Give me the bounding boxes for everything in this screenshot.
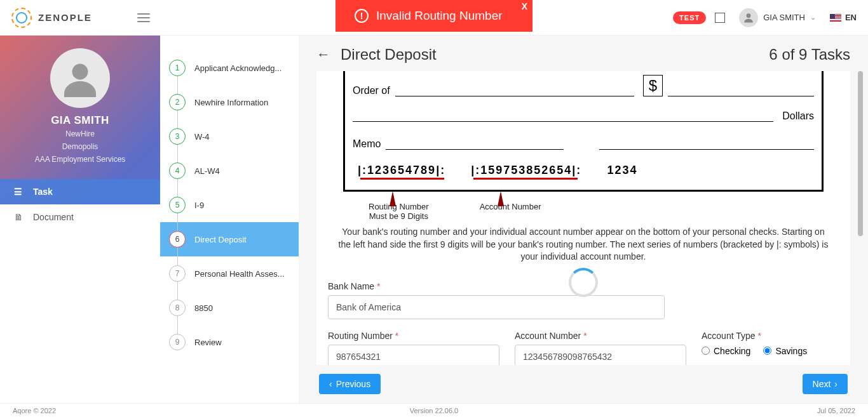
step-3[interactable]: 3W-4 bbox=[160, 119, 299, 154]
step-label: Direct Deposit bbox=[194, 235, 247, 244]
step-6[interactable]: 6Direct Deposit bbox=[160, 222, 299, 256]
logo-area: ZENOPLE bbox=[0, 8, 160, 28]
user-menu[interactable]: GIA SMITH ⌄ bbox=[734, 8, 821, 27]
arrow-icon bbox=[390, 191, 396, 206]
account-type-savings[interactable]: Savings bbox=[763, 346, 807, 356]
main-content: ← Direct Deposit 6 of 9 Tasks Order of $… bbox=[299, 36, 868, 403]
document-icon: 🗎 bbox=[14, 212, 24, 222]
flag-icon bbox=[830, 14, 841, 22]
account-caption: Account Number bbox=[480, 202, 541, 211]
loading-spinner-icon bbox=[569, 268, 598, 297]
test-badge: TEST bbox=[673, 11, 706, 24]
chevron-left-icon: ‹ bbox=[329, 379, 332, 389]
chevron-down-icon: ⌄ bbox=[810, 13, 816, 22]
step-7[interactable]: 7Personal Health Asses... bbox=[160, 256, 299, 291]
account-number-input[interactable] bbox=[515, 345, 686, 365]
step-2[interactable]: 2Newhire Information bbox=[160, 85, 299, 119]
bank-name-input[interactable] bbox=[328, 295, 665, 319]
profile-company: AAA Employment Services bbox=[6, 154, 154, 165]
previous-button[interactable]: ‹Previous bbox=[319, 374, 381, 394]
routing-number-label: Routing Number * bbox=[328, 331, 499, 341]
check-memo-label: Memo bbox=[353, 138, 381, 150]
sidebar-item-document[interactable]: 🗎 Document bbox=[0, 204, 160, 230]
next-button[interactable]: Next› bbox=[803, 374, 848, 394]
step-number: 9 bbox=[169, 334, 186, 350]
dollar-sign: $ bbox=[643, 75, 663, 96]
check-line bbox=[395, 84, 634, 96]
task-icon: ☰ bbox=[14, 187, 24, 197]
step-4[interactable]: 4AL-W4 bbox=[160, 154, 299, 188]
routing-number-input[interactable] bbox=[328, 345, 499, 365]
profile-name: GIA SMITH bbox=[6, 114, 154, 127]
step-label: Applicant Acknowledg... bbox=[194, 63, 281, 73]
footer-copyright: Aqore © 2022 bbox=[13, 407, 56, 414]
step-number: 5 bbox=[169, 197, 186, 213]
close-icon[interactable]: X bbox=[522, 1, 527, 11]
content-scroll[interactable]: Order of $ Dollars Memo |:123654789|: bbox=[299, 71, 868, 365]
step-label: 8850 bbox=[194, 303, 213, 313]
routing-caption2: Must be 9 Digits bbox=[369, 211, 429, 221]
svg-point-0 bbox=[747, 13, 751, 18]
step-number: 3 bbox=[169, 128, 186, 145]
brand-name: ZENOPLE bbox=[38, 12, 92, 23]
chevron-right-icon: › bbox=[834, 379, 837, 389]
profile-role: NewHire bbox=[6, 128, 154, 140]
sample-checkno: 1234 bbox=[607, 164, 637, 177]
step-number: 4 bbox=[169, 162, 186, 179]
step-label: Personal Health Asses... bbox=[194, 269, 285, 279]
step-1[interactable]: 1Applicant Acknowledg... bbox=[160, 51, 299, 85]
language-selector[interactable]: EN bbox=[830, 13, 857, 22]
sidebar-item-task[interactable]: ☰ Task bbox=[0, 179, 160, 204]
account-number-label: Account Number * bbox=[515, 331, 686, 341]
task-steps: 1Applicant Acknowledg... 2Newhire Inform… bbox=[160, 36, 299, 403]
account-type-label: Account Type * bbox=[702, 331, 839, 341]
step-8[interactable]: 88850 bbox=[160, 291, 299, 325]
check-line bbox=[353, 109, 773, 122]
step-5[interactable]: 5I-9 bbox=[160, 188, 299, 222]
error-icon: ! bbox=[355, 9, 369, 23]
sidebar-item-label: Document bbox=[33, 212, 74, 222]
page-title: Direct Deposit bbox=[341, 46, 437, 63]
error-toast: ! Invalid Routing Number X bbox=[336, 0, 532, 32]
step-label: W-4 bbox=[194, 132, 210, 142]
sidebar: GIA SMITH NewHire Demopolis AAA Employme… bbox=[0, 36, 160, 403]
avatar bbox=[50, 48, 110, 108]
menu-toggle-icon[interactable] bbox=[137, 13, 150, 22]
footer-date: Jul 05, 2022 bbox=[817, 407, 855, 414]
check-line bbox=[668, 84, 814, 96]
check-illustration: Order of $ Dollars Memo |:123654789|: bbox=[343, 71, 824, 192]
step-number: 6 bbox=[169, 231, 186, 248]
footer-version: Version 22.06.0 bbox=[410, 407, 458, 414]
step-number: 7 bbox=[169, 265, 186, 282]
task-counter: 6 of 9 Tasks bbox=[769, 46, 850, 63]
svg-point-1 bbox=[72, 64, 88, 80]
main-header: ← Direct Deposit 6 of 9 Tasks bbox=[299, 36, 868, 71]
arrow-icon bbox=[498, 191, 504, 206]
fullscreen-icon[interactable] bbox=[715, 13, 725, 23]
action-bar: ‹Previous Next› bbox=[299, 365, 868, 403]
profile-card: GIA SMITH NewHire Demopolis AAA Employme… bbox=[0, 36, 160, 173]
avatar-icon bbox=[739, 8, 758, 27]
info-text: Your bank's routing number and your indi… bbox=[328, 221, 839, 268]
header-user-name: GIA SMITH bbox=[763, 13, 805, 22]
dollars-label: Dollars bbox=[782, 110, 814, 122]
account-type-checking[interactable]: Checking bbox=[702, 346, 750, 356]
logo-icon bbox=[11, 8, 32, 28]
profile-location: Demopolis bbox=[6, 141, 154, 152]
error-message: Invalid Routing Number bbox=[376, 9, 503, 23]
check-captions: Routing Number Must be 9 Digits Account … bbox=[328, 202, 839, 221]
footer: Aqore © 2022 Version 22.06.0 Jul 05, 202… bbox=[0, 403, 868, 417]
step-number: 1 bbox=[169, 60, 186, 76]
step-9[interactable]: 9Review bbox=[160, 325, 299, 359]
step-label: Newhire Information bbox=[194, 98, 268, 107]
step-number: 8 bbox=[169, 300, 186, 316]
check-orderof-label: Order of bbox=[353, 85, 390, 96]
back-arrow-icon[interactable]: ← bbox=[316, 46, 330, 63]
content-card: Order of $ Dollars Memo |:123654789|: bbox=[316, 71, 850, 365]
step-label: I-9 bbox=[194, 201, 204, 210]
step-label: Review bbox=[194, 338, 222, 347]
check-micr-line: |:123654789|: |:159753852654|: 1234 bbox=[353, 164, 814, 177]
scrollbar[interactable] bbox=[858, 71, 863, 236]
sidebar-item-label: Task bbox=[33, 187, 53, 197]
check-line bbox=[386, 137, 564, 150]
